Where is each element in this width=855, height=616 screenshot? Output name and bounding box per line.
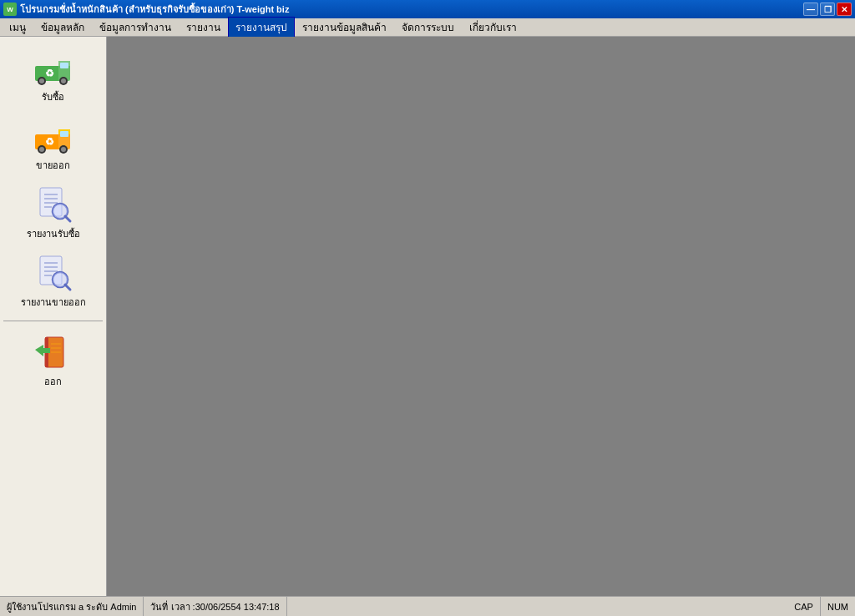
menu-item-summary-report[interactable]: รายงานสรุป <box>228 17 295 38</box>
svg-rect-5 <box>60 63 68 68</box>
datetime-value: 30/06/2554 13:47:18 <box>195 602 280 612</box>
exit-label: ออก <box>44 374 62 389</box>
sidebar-item-sell-report[interactable]: รายงานขายออก <box>3 249 103 314</box>
menu-item-product-report[interactable]: รายงานข้อมูลสินค้า <box>295 17 394 38</box>
user-label: ผู้ใช้งานโปรแกรม a ระดับ <box>7 599 108 614</box>
svg-point-16 <box>39 147 44 152</box>
sidebar-item-buy[interactable]: ♻ รับซื้อ <box>3 43 103 109</box>
cap-section: CAP <box>787 597 821 616</box>
close-button[interactable]: ✕ <box>837 3 852 16</box>
menu-bar: เมนู ข้อมูลหลัก ข้อมูลการทำงาน รายงาน รา… <box>0 18 855 37</box>
window-controls: — ❐ ✕ <box>803 3 852 16</box>
sidebar-item-sell[interactable]: ♻ ขายออก <box>3 112 103 177</box>
status-bar: ผู้ใช้งานโปรแกรม a ระดับ Admin วันที่ เว… <box>0 596 855 616</box>
buy-label: รับซื้อ <box>42 89 64 104</box>
sell-report-icon <box>33 253 73 293</box>
menu-item-report[interactable]: รายงาน <box>179 17 228 38</box>
menu-item-main-data[interactable]: ข้อมูลหลัก <box>33 17 92 38</box>
svg-point-9 <box>61 78 66 83</box>
sell-icon: ♻ <box>33 116 73 156</box>
content-area <box>107 37 855 596</box>
sidebar: ♻ รับซื้อ <box>0 37 107 596</box>
username: Admin <box>110 602 136 612</box>
title-bar: W โปรนกรมชั่งน้ำหนักสินค้า (สำหรับธุรกิจ… <box>0 0 855 18</box>
exit-icon <box>33 332 73 372</box>
menu-item-about[interactable]: เกี่ยวกับเรา <box>462 17 524 38</box>
svg-text:♻: ♻ <box>45 68 54 79</box>
sidebar-item-buy-report[interactable]: รายงานรับซื้อ <box>3 180 103 245</box>
menu-item-manage-system[interactable]: จัดการระบบ <box>394 17 462 38</box>
svg-line-28 <box>65 216 70 221</box>
sidebar-divider <box>3 321 103 321</box>
svg-point-7 <box>39 78 44 83</box>
svg-text:W: W <box>7 6 13 13</box>
svg-text:♻: ♻ <box>45 136 54 148</box>
restore-button[interactable]: ❐ <box>820 3 835 16</box>
title-text: โปรนกรมชั่งน้ำหนักสินค้า (สำหรับธุรกิจรั… <box>20 2 289 17</box>
minimize-button[interactable]: — <box>803 3 818 16</box>
svg-point-18 <box>61 147 66 152</box>
cap-indicator: CAP <box>794 602 813 612</box>
sell-label: ขายออก <box>36 158 70 173</box>
num-indicator: NUM <box>827 602 848 612</box>
svg-line-37 <box>65 285 70 290</box>
datetime-label: วันที่ เวลา : <box>150 599 195 614</box>
user-section: ผู้ใช้งานโปรแกรม a ระดับ Admin <box>0 597 144 616</box>
buy-report-icon <box>33 184 73 225</box>
num-section: NUM <box>821 597 855 616</box>
sell-report-label: รายงานขายออก <box>21 295 86 310</box>
buy-icon: ♻ <box>33 48 73 88</box>
datetime-section: วันที่ เวลา :30/06/2554 13:47:18 <box>144 597 286 616</box>
main-layout: ♻ รับซื้อ <box>0 37 855 596</box>
menu-item-work-data[interactable]: ข้อมูลการทำงาน <box>92 17 179 38</box>
app-icon: W <box>3 3 17 16</box>
svg-rect-14 <box>60 131 68 137</box>
buy-report-label: รายงานรับซื้อ <box>27 226 80 241</box>
menu-item-menu[interactable]: เมนู <box>2 17 33 38</box>
sidebar-item-exit[interactable]: ออก <box>3 328 103 393</box>
